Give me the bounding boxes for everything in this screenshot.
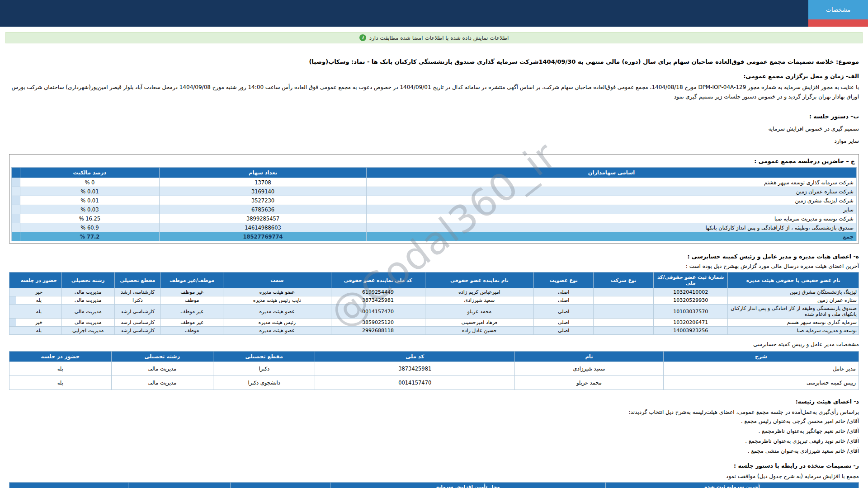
decisions-heading: ر- تصمیمات متخذه در رابطه با دستور جلسه … <box>9 462 859 469</box>
exec-role: رییس کمیته حسابرسی <box>663 376 859 390</box>
top-header-bar: مشخصات <box>0 0 868 27</box>
degree: دکترا <box>114 296 160 305</box>
stub-column-header <box>9 272 16 288</box>
member-name: سرمایه گذاری توسعه سپهر هشتم <box>728 319 859 327</box>
exec-name: محمد عربلو <box>515 376 664 390</box>
attendees-total-row: جمع 18527769774 77.2 % <box>12 232 857 241</box>
col-national-code: کد ملی <box>315 352 515 362</box>
rep-code: 3859025120 <box>331 319 425 327</box>
signature-match-notice: اطلاعات نمایش داده شده با اطلاعات امضا ش… <box>5 32 863 43</box>
shareholder-name: سایر <box>366 205 856 214</box>
col-rep-name: نام نماینده عضو حقوقی <box>425 272 533 288</box>
table-row: سایر 6785636 0.03 % <box>12 205 857 214</box>
membership-type: اصلی <box>533 305 593 319</box>
decisions-note: مجمع با افزایش سرمایه (به شرح جدول ذیل) … <box>9 473 859 479</box>
position: عضو هیئت مدیره <box>223 327 331 335</box>
duty: غیر موظف <box>160 319 223 327</box>
degree: کارشناسی ارشد <box>114 305 160 319</box>
col-membership-type: نوع عضویت <box>533 272 593 288</box>
reg-code: 10320410002 <box>653 288 728 296</box>
tab-moshakhasat[interactable]: مشخصات <box>808 0 868 27</box>
position: نایب رئیس هیئت مدیره <box>223 296 331 305</box>
presidium-intro: براساس رأی‌گیری به‌عمل‌آمده در جلسه مجمع… <box>9 409 859 415</box>
stub-cell <box>9 305 16 319</box>
attendance: خیر <box>16 319 61 327</box>
table-row: مدیر عامل سعید شیرزادی 3873425981 دکترا … <box>9 362 859 376</box>
col-shareholder-names: اسامی سهامداران <box>366 168 856 178</box>
executives-heading: مشخصات مدیر عامل و رییس کمیته حسابرسی <box>9 341 859 347</box>
exec-code: 0014157470 <box>315 376 515 390</box>
attendees-table: اسامی سهامداران تعداد سهام درصد مالکیت ش… <box>11 167 857 241</box>
rep-name: فرهاد امیرحسینی <box>425 319 533 327</box>
table-row: شرکت توسعه و مدیریت سرمایه صبا 389928545… <box>12 214 857 223</box>
reg-code: 10320529930 <box>653 296 728 305</box>
stub-cell <box>12 205 20 214</box>
membership-type: اصلی <box>533 288 593 296</box>
board-header-row: نام عضو حقیقی یا حقوقی هیئت مدیره شمارۀ … <box>9 272 859 288</box>
company-type <box>594 327 653 335</box>
company-type <box>594 288 653 296</box>
stub-cell <box>9 288 16 296</box>
shareholder-name: شرکت لیزینگ مشرق زمین <box>366 196 856 205</box>
rep-code: 6199254449 <box>331 288 425 296</box>
attendance: بله <box>16 305 61 319</box>
ownership-percent: 0.03 % <box>20 205 159 214</box>
col-rep-code: کد ملی نماینده عضو حقوقی <box>331 272 425 288</box>
duty: موظف <box>160 327 223 335</box>
col-member-name: نام عضو حقیقی یا حقوقی هیئت مدیره <box>728 272 859 288</box>
degree: کارشناسی ارشد <box>114 319 160 327</box>
shareholder-name: شرکت ستاره عمران زمین <box>366 187 856 196</box>
total-percent: 77.2 % <box>20 232 159 241</box>
shareholder-name: شرکت توسعه و مدیریت سرمایه صبا <box>366 214 856 223</box>
shareholder-name: شرکت سرمایه گذاری توسعه سپهر هشتم <box>366 178 856 187</box>
col-duty: موظف/غیر موظف <box>160 272 223 288</box>
membership-type: اصلی <box>533 296 593 305</box>
section-b-heading: ب– دستور جلسه : <box>9 113 859 120</box>
field: مدیریت مالی <box>61 305 114 319</box>
member-name: ستاره عمران زمین <box>728 296 859 305</box>
subject-line: موضوع: خلاصه تصمیمات مجمع عمومی فوق‌العا… <box>9 58 859 65</box>
col-field: رشته تحصیلی <box>111 352 213 362</box>
field: مدیریت اجرایی <box>61 327 114 335</box>
duty: موظف <box>160 296 223 305</box>
ownership-percent: 0.01 % <box>20 196 159 205</box>
member-name: توسعه و مدیریت سرمایه صبا <box>728 327 859 335</box>
stub-cell <box>12 223 20 232</box>
rep-code: 3873425981 <box>331 296 425 305</box>
capital-group-header-row: آخرین سرمایه ثبت شده محل تأمین افزایش سر… <box>9 483 859 488</box>
ownership-percent: 0.01 % <box>20 187 159 196</box>
degree: کارشناسی ارشد <box>114 327 160 335</box>
field: مدیریت مالی <box>61 319 114 327</box>
stub-cell <box>12 214 20 223</box>
membership-type: اصلی <box>533 327 593 335</box>
presidium-heading: د- اعضای هیئت رئیسه: <box>9 398 859 405</box>
duty: غیر موظف <box>160 305 223 319</box>
rep-name: حسین عادل زاده <box>425 327 533 335</box>
rep-name: سعید شیرزادی <box>425 296 533 305</box>
ownership-percent: 60.9 % <box>20 223 159 232</box>
share-count: 3169140 <box>160 187 367 196</box>
col-name: نام <box>515 352 664 362</box>
capital-increase-table: آخرین سرمایه ثبت شده محل تأمین افزایش سر… <box>9 482 859 488</box>
position: رئیس هیئت مدیره <box>223 319 331 327</box>
agenda-item: سایر موارد <box>9 138 859 144</box>
shareholder-name: صندوق بازنشستگی ،وظیفه ، از کارافتادگی و… <box>366 223 856 232</box>
exec-role: مدیر عامل <box>663 362 859 376</box>
col-increase-percent: درصد افزایش سرمایه <box>128 483 230 488</box>
board-section-heading: ه- اعضای هیات مدیره و مدیر عامل و رئیس ک… <box>9 253 859 260</box>
table-row: لیزینگ بازنشستگان مشرق زمین 10320410002 … <box>9 288 859 296</box>
executives-header-row: شرح نام کد ملی مقطع تحصیلی رشته تحصیلی ح… <box>9 352 859 362</box>
col-attendance: حضور در جلسه <box>9 352 112 362</box>
stub-cell <box>9 327 16 335</box>
table-row: ستاره عمران زمین 10320529930 اصلی سعید ش… <box>9 296 859 305</box>
section-a-body: با عنایت به مجوز افزایش سرمایه به شماره … <box>9 83 859 102</box>
group-increase-source: محل تأمین افزایش سرمایه <box>330 483 606 488</box>
ownership-percent: 16.25 % <box>20 214 159 223</box>
attendees-section-box: ج – حاضرین درجلسه مجمع عمومی : اسامی سها… <box>9 154 859 244</box>
presidium-member: آقای/ خانم سعید شیرزادی به‌عنوان منشی مج… <box>9 447 859 455</box>
exec-degree: دانشجوی دکترا <box>213 376 315 390</box>
executives-table: شرح نام کد ملی مقطع تحصیلی رشته تحصیلی ح… <box>9 351 859 390</box>
stub-cell <box>9 319 16 327</box>
stub-cell <box>12 232 20 241</box>
board-members-table: نام عضو حقیقی یا حقوقی هیئت مدیره شمارۀ … <box>9 272 859 335</box>
